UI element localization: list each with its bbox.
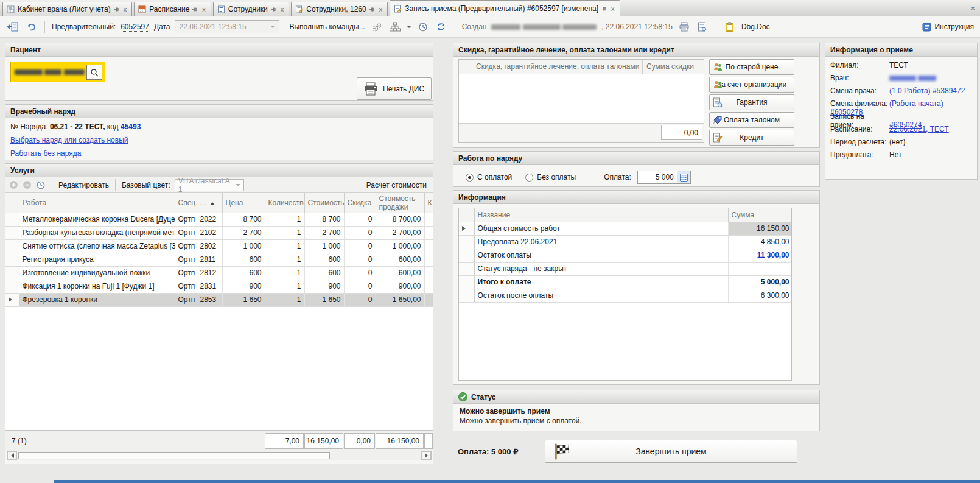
discount-table-empty-body[interactable] [459,74,704,123]
sale-total: 16 150,00 [376,433,424,449]
table-row[interactable]: Остаток после оплаты6 300,00 [459,289,792,302]
scroll-left-arrow[interactable] [7,451,17,460]
price-tag-icon [713,115,723,125]
patient-search-button[interactable] [86,65,102,80]
clipboard-icon[interactable] [723,20,737,33]
column-header-name[interactable]: Название [474,208,728,222]
column-header-pay[interactable]: К о [424,193,433,213]
patient-panel-title: Пациент [10,44,41,56]
table-row[interactable]: Металлокерамическая коронка Ducera [Дуце… [5,213,433,226]
column-header-discount[interactable]: Скидка [344,193,376,213]
table-row[interactable]: Статус наряда - не закрыт [459,262,792,275]
close-icon[interactable]: x [279,6,285,12]
remove-service-icon[interactable] [23,180,32,189]
print-icon[interactable] [677,20,691,33]
column-header-sum[interactable]: Сумма [728,208,792,222]
warranty-button[interactable]: Гарантия [709,94,794,110]
table-row[interactable]: Предоплата 22.06.20214 850,00 [459,235,792,249]
pin-icon[interactable] [192,7,198,12]
base-color-select[interactable]: VITA classical:A 1 [175,179,244,191]
status-panel: Статус Можно завершить прием Можно завер… [453,390,820,431]
tab-appointment-record[interactable]: Запись приема (Предварительный) #6052597… [390,0,620,16]
print-dis-button[interactable]: Печать ДИС [357,77,432,100]
date-picker[interactable]: 22.06.2021 12:58:15 [175,20,279,33]
close-icon[interactable]: x [610,5,616,12]
doctor-order-panel: Врачебный наряд № Наряда: 06.21 - 22 ТЕС… [5,104,433,160]
order-number-value: 06.21 - 22 ТЕСТ, [50,122,105,131]
table-row[interactable]: Общая стоимость работ16 150,00 [459,222,792,235]
table-row[interactable]: Фиксация 1 коронки на Fuji 1 [Фуджи 1]Ор… [5,280,433,293]
pin-icon[interactable] [369,7,375,12]
tab-employees-1260[interactable]: Сотрудники, 1260 x [291,2,388,16]
column-header-work[interactable]: Работа [19,193,175,213]
org-expense-button[interactable]: За счет организации [709,77,794,93]
table-row-selected[interactable]: Фрезеровка 1 коронкиОртп28531 65011 6500… [5,293,433,306]
work-without-order-link[interactable]: Работать без наряда [10,149,81,158]
table-row[interactable]: Разборная культевая вкладка (непрямой ме… [5,226,433,239]
paid-radio[interactable] [466,174,474,182]
scrollbar-thumb[interactable] [18,452,330,459]
table-row[interactable]: Итого к оплате5 000,00 [459,275,792,289]
row-label: Филиал: [830,61,889,69]
appointment-info-header: Информация о приеме [825,43,977,57]
window-close-icon[interactable]: × [970,4,975,13]
patient-name-redacted [15,68,85,76]
table-row[interactable]: Снятие оттиска (слепочная масса Zetaplus… [5,239,433,253]
tab-label: Сотрудники [228,5,268,13]
schedule-link[interactable]: 22.06.2021, ТЕСТ [889,125,949,133]
doctor-name-redacted[interactable] [889,74,936,82]
column-header-code[interactable]: ... [197,193,222,213]
dbg-doc-label[interactable]: Dbg.Doc [741,23,770,31]
add-service-icon[interactable] [9,180,18,189]
services-panel-title: Услуги [10,164,35,177]
hierarchy-icon[interactable] [388,20,402,33]
patient-name-field[interactable] [10,62,105,82]
service-history-icon[interactable] [36,180,46,190]
column-header-sale[interactable]: Стоимость продажи [376,193,424,213]
column-header-discount-sum[interactable]: Сумма скидки [643,60,704,74]
instruction-button[interactable]: Инструкция [922,23,974,32]
unpaid-radio[interactable] [525,174,533,182]
old-price-button[interactable]: По старой цене [709,59,794,75]
order-number-label: № Наряда: [10,122,48,131]
edit-service-button[interactable]: Редактировать [58,181,109,189]
pin-icon[interactable] [114,7,119,12]
edit-document-icon [394,5,402,13]
select-order-link[interactable]: Выбрать наряд или создать новый [10,136,128,144]
close-icon[interactable]: x [378,6,384,12]
tab-employees[interactable]: Сотрудники x [213,2,290,16]
pin-icon[interactable] [601,6,607,12]
tab-bar: Кабинет врача (Лист учета) x Расписание … [0,0,980,16]
column-header-discount-main[interactable]: Скидка, гарантийное лечение, оплата тало… [472,60,643,74]
payment-input[interactable]: 5 000 [637,171,691,184]
table-row[interactable]: Регистрация прикусаОртп281160016000600,0… [5,253,433,266]
credit-button[interactable]: Кредит [709,130,794,146]
refresh-icon[interactable] [435,20,448,33]
horizontal-scrollbar[interactable] [7,451,432,460]
tab-doctor-cabinet[interactable]: Кабинет врача (Лист учета) x [2,2,132,16]
settings-gears-icon[interactable] [370,20,383,33]
undo-icon[interactable] [24,20,38,33]
column-header-cost[interactable]: Стоимость [304,193,344,213]
close-icon[interactable]: x [201,6,207,12]
column-header-spec[interactable]: Спец. [175,193,197,213]
doctor-shift-link[interactable]: (1.0 Работа) #5389472 [889,86,965,95]
finish-appointment-button[interactable]: Завершить прием [545,440,797,463]
tab-schedule[interactable]: Расписание x [134,2,211,16]
close-icon[interactable]: x [122,6,128,12]
report-document-icon[interactable] [696,20,709,33]
execute-commands-menu[interactable]: Выполнить команды... [289,23,365,31]
exit-record-icon[interactable] [6,20,19,33]
cost-calculation-button[interactable]: Расчет стоимости [366,181,427,189]
pin-icon[interactable] [271,7,276,12]
chevron-down-icon[interactable] [407,26,411,28]
column-header-qty[interactable]: Количество [265,193,304,213]
voucher-payment-button[interactable]: Оплата талоном [709,112,794,128]
column-header-price[interactable]: Цена [222,193,265,213]
calculator-button[interactable] [677,171,690,183]
table-row[interactable]: Остаток оплаты11 300,00 [459,249,792,262]
record-id-link[interactable]: 6052597 [121,23,149,32]
history-icon[interactable] [416,20,430,33]
scroll-right-arrow[interactable] [421,451,431,460]
table-row[interactable]: Изготовление индивидуальной ложкиОртп281… [5,266,433,280]
